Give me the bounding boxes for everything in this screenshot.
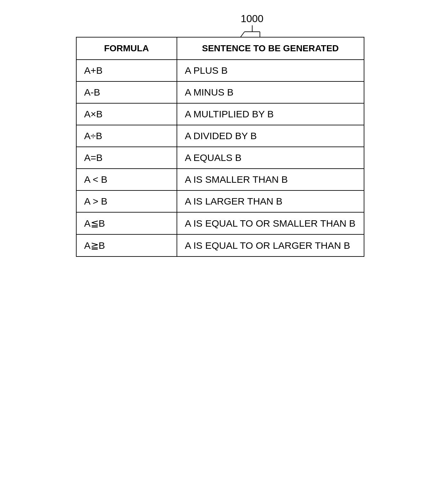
bracket-svg <box>239 25 265 37</box>
formula-cell: A÷B <box>76 125 177 147</box>
table-row: A≦BA IS EQUAL TO OR SMALLER THAN B <box>76 212 364 234</box>
table-wrapper: FORMULA SENTENCE TO BE GENERATED A+BA PL… <box>76 37 364 257</box>
sentence-cell: A MINUS B <box>177 81 364 103</box>
sentence-cell: A MULTIPLIED BY B <box>177 103 364 125</box>
formula-cell: A≧B <box>76 234 177 256</box>
table-row: A×BA MULTIPLIED BY B <box>76 103 364 125</box>
sentence-cell: A EQUALS B <box>177 147 364 169</box>
table-row: A > BA IS LARGER THAN B <box>76 190 364 212</box>
sentence-cell: A IS LARGER THAN B <box>177 190 364 212</box>
formula-cell: A×B <box>76 103 177 125</box>
svg-line-2 <box>241 32 245 37</box>
formula-cell: A > B <box>76 190 177 212</box>
formula-cell: A < B <box>76 169 177 190</box>
formula-table: FORMULA SENTENCE TO BE GENERATED A+BA PL… <box>76 37 364 257</box>
formula-cell: A=B <box>76 147 177 169</box>
sentence-cell: A DIVIDED BY B <box>177 125 364 147</box>
col-formula-header: FORMULA <box>76 37 177 60</box>
page-container: 1000 FORMULA SENTENCE TO BE GENERATED A+… <box>76 13 364 257</box>
table-row: A≧BA IS EQUAL TO OR LARGER THAN B <box>76 234 364 256</box>
table-row: A÷BA DIVIDED BY B <box>76 125 364 147</box>
sentence-cell: A IS EQUAL TO OR SMALLER THAN B <box>177 212 364 234</box>
diagram-label-area: 1000 <box>76 13 364 37</box>
sentence-cell: A IS EQUAL TO OR LARGER THAN B <box>177 234 364 256</box>
formula-cell: A≦B <box>76 212 177 234</box>
formula-cell: A-B <box>76 81 177 103</box>
col-sentence-header: SENTENCE TO BE GENERATED <box>177 37 364 60</box>
table-row: A-BA MINUS B <box>76 81 364 103</box>
table-header-row: FORMULA SENTENCE TO BE GENERATED <box>76 37 364 60</box>
table-row: A=BA EQUALS B <box>76 147 364 169</box>
table-row: A < BA IS SMALLER THAN B <box>76 169 364 190</box>
sentence-cell: A PLUS B <box>177 60 364 81</box>
diagram-number: 1000 <box>241 13 263 25</box>
formula-cell: A+B <box>76 60 177 81</box>
table-row: A+BA PLUS B <box>76 60 364 81</box>
sentence-cell: A IS SMALLER THAN B <box>177 169 364 190</box>
